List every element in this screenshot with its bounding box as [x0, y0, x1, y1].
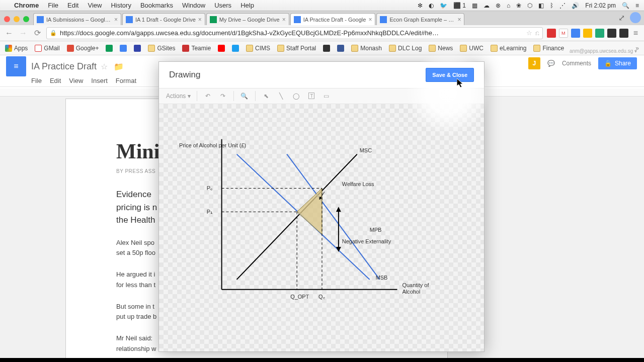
volume-icon[interactable]: 🔊	[572, 2, 579, 9]
minimize-window-button[interactable]	[14, 16, 20, 22]
avatar-icon[interactable]	[630, 12, 641, 23]
close-tab-icon[interactable]: ×	[114, 16, 118, 23]
spotlight-icon[interactable]: 🔍	[622, 2, 629, 9]
shape-icon[interactable]: ◯	[292, 92, 301, 101]
status-icon[interactable]: ⌂	[507, 2, 510, 9]
bookmark[interactable]	[232, 45, 239, 52]
account-email[interactable]: anm@gapps.uwcsea.edu.sg ▾	[570, 48, 637, 54]
bookmark[interactable]: Staff Portal	[277, 45, 316, 52]
save-and-close-button[interactable]: Save & Close	[426, 68, 474, 82]
wifi-icon[interactable]: ⋰	[559, 2, 566, 9]
docs-logo-icon[interactable]: ≡	[6, 56, 26, 76]
drawing-canvas[interactable]: Price of Alcohol per Unit (£) MSC MPB MS…	[159, 104, 484, 351]
close-tab-icon[interactable]: ×	[198, 16, 202, 23]
extension-icon[interactable]	[571, 29, 580, 38]
extension-icon[interactable]	[547, 29, 556, 38]
redo-icon[interactable]: ↷	[218, 92, 227, 101]
close-tab-icon[interactable]: ×	[457, 16, 461, 23]
docs-menu-item[interactable]: View	[69, 77, 83, 84]
bookmark[interactable]: Monash	[351, 45, 382, 52]
star-icon[interactable]: ☆	[526, 29, 532, 37]
status-icon[interactable]: 🐦	[440, 2, 447, 9]
status-icon[interactable]: ✻	[418, 2, 423, 9]
bookmark[interactable]	[106, 45, 113, 52]
textbox-icon[interactable]: 🅃	[307, 92, 316, 101]
menubar-item[interactable]: Users	[214, 2, 231, 9]
presence-avatar[interactable]: J	[528, 57, 540, 69]
status-icon[interactable]: ◐	[429, 2, 434, 9]
extension-icon[interactable]	[619, 29, 628, 38]
status-icon[interactable]: ⬡	[527, 2, 532, 9]
extension-icon[interactable]	[607, 29, 616, 38]
browser-tab[interactable]: Econ Graph Example – Go×	[376, 13, 464, 25]
bookmark[interactable]: News	[429, 45, 453, 52]
bookmark[interactable]: GSites	[148, 45, 175, 52]
gmail-extension-icon[interactable]: M	[559, 29, 568, 38]
menubar-item[interactable]: View	[88, 2, 102, 9]
zoom-icon[interactable]: 🔍	[240, 92, 249, 101]
document-title[interactable]: IA Practice Draft	[31, 61, 97, 72]
clock[interactable]: Fri 2:02 pm	[585, 2, 616, 9]
status-icon[interactable]: ▦	[472, 2, 477, 9]
browser-tab[interactable]: IA 1 Draft - Google Drive×	[122, 13, 205, 25]
rss-icon[interactable]: ⎌	[535, 29, 539, 37]
star-icon[interactable]: ☆	[101, 62, 108, 71]
bookmark[interactable]: Apps	[5, 45, 28, 52]
notifications-icon[interactable]: ≡	[635, 2, 639, 9]
bookmark[interactable]	[134, 45, 141, 52]
fullscreen-icon[interactable]: ⤢	[618, 13, 625, 23]
bluetooth-icon[interactable]: ᛒ	[550, 2, 553, 9]
address-bar[interactable]: 🔒 https://docs.google.com/a/gapps.uwcsea…	[46, 27, 543, 39]
line-icon[interactable]: ╲	[277, 92, 286, 101]
menubar-item[interactable]: History	[111, 2, 131, 9]
bookmark[interactable]: GMail	[35, 45, 59, 52]
menubar-item[interactable]: File	[48, 2, 58, 9]
menubar-item[interactable]: Edit	[67, 2, 78, 9]
share-button[interactable]: 🔒Share	[598, 57, 637, 69]
bookmark[interactable]: Google+	[67, 45, 99, 52]
bookmark[interactable]: Teamie	[182, 45, 211, 52]
extension-icon[interactable]	[595, 29, 604, 38]
reload-button[interactable]: ⟳	[32, 28, 42, 38]
undo-icon[interactable]: ↶	[203, 92, 212, 101]
close-window-button[interactable]	[4, 16, 10, 22]
status-icon[interactable]: ❀	[516, 2, 521, 9]
bookmark[interactable]	[337, 45, 344, 52]
close-tab-icon[interactable]: ×	[282, 16, 286, 23]
extension-icon[interactable]	[583, 29, 592, 38]
bookmark[interactable]: Finance	[533, 45, 564, 52]
docs-menu-item[interactable]: Edit	[50, 77, 61, 84]
select-icon[interactable]: ⬉	[262, 92, 271, 101]
docs-menu-item[interactable]: Insert	[91, 77, 108, 84]
bookmark[interactable]	[120, 45, 127, 52]
bookmark[interactable]	[323, 45, 330, 52]
browser-tab[interactable]: My Drive – Google Drive×	[206, 13, 289, 25]
status-icon[interactable]: ⊗	[496, 2, 501, 9]
image-icon[interactable]: ▭	[322, 92, 331, 101]
menubar-item[interactable]: Bookmarks	[140, 2, 173, 9]
chrome-menu-icon[interactable]: ≡	[631, 29, 640, 38]
bookmark[interactable]: CIMS	[246, 45, 270, 52]
bookmark[interactable]	[218, 45, 225, 52]
browser-tab[interactable]: IA Submissions – Google D×	[33, 13, 121, 25]
menubar-item[interactable]: Help	[240, 2, 254, 9]
actions-menu[interactable]: Actions ▾	[166, 93, 191, 100]
folder-icon[interactable]: 📁	[114, 62, 124, 71]
menubar-app[interactable]: Chrome	[14, 2, 39, 9]
back-button[interactable]: ←	[4, 28, 14, 38]
status-icon[interactable]: ◧	[538, 2, 544, 9]
comment-icon[interactable]: 💬	[547, 60, 555, 67]
status-badge[interactable]: ⬛ 1	[453, 2, 466, 9]
close-tab-icon[interactable]: ×	[368, 16, 372, 23]
status-icon[interactable]: ☁	[484, 2, 490, 9]
zoom-window-button[interactable]	[23, 16, 29, 22]
docs-menu-item[interactable]: Format	[116, 77, 136, 84]
docs-menu-item[interactable]: File	[31, 77, 42, 84]
bookmark[interactable]: eLearning	[491, 45, 526, 52]
browser-tab-active[interactable]: IA Practice Draft - Google×	[290, 13, 376, 25]
bookmark[interactable]: UWC	[460, 45, 484, 52]
comments-button[interactable]: Comments	[562, 60, 591, 67]
forward-button[interactable]: →	[18, 28, 28, 38]
bookmark[interactable]: DLC Log	[389, 45, 422, 52]
menubar-item[interactable]: Window	[182, 2, 205, 9]
